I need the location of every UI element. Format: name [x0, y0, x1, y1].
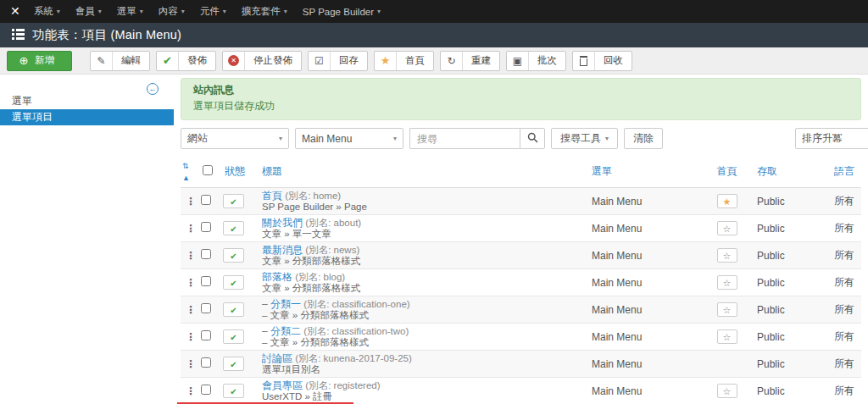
nav-menus[interactable]: 選單▾: [117, 5, 143, 18]
chevron-down-icon: ▾: [98, 8, 102, 15]
check-icon: ✔: [230, 306, 236, 315]
row-checkbox[interactable]: [201, 303, 211, 313]
drag-handle-icon[interactable]: ⋮: [186, 277, 196, 289]
home-toggle-button[interactable]: ☆: [717, 384, 737, 398]
collapse-sidebar-icon[interactable]: ←: [147, 83, 159, 95]
menu-item-link[interactable]: 分類二: [270, 325, 301, 337]
status-published-button[interactable]: ✔: [223, 302, 244, 317]
unpublish-button[interactable]: ✕ 停止發佈: [222, 51, 302, 71]
drag-handle-icon[interactable]: ⋮: [186, 196, 196, 208]
menu-item-alias: (別名: registered): [305, 380, 380, 390]
status-column-header[interactable]: 狀態: [223, 157, 257, 188]
home-button[interactable]: ★ 首頁: [374, 51, 434, 71]
access-cell: Public: [746, 296, 818, 324]
menu-item-type: 文章 » 分類部落格樣式: [262, 283, 585, 294]
row-checkbox[interactable]: [201, 195, 211, 205]
page-title-bar: 功能表：項目 (Main Menu): [0, 23, 868, 47]
nav-users[interactable]: 會員▾: [75, 5, 102, 18]
ordering-column-header[interactable]: ⇅ ▲: [181, 157, 201, 188]
sidebar: ← 選單 選單項目: [0, 75, 174, 404]
status-published-button[interactable]: ✔: [223, 384, 244, 398]
rebuild-button[interactable]: ↻ 重建: [440, 51, 500, 71]
access-cell: Public: [746, 215, 818, 242]
menu-cell: Main Menu: [585, 215, 708, 242]
home-toggle-button[interactable]: ☆: [717, 329, 737, 344]
star-icon: ☆: [723, 305, 732, 315]
home-toggle-button[interactable]: ★: [717, 194, 737, 208]
access-column-header[interactable]: 存取: [746, 157, 818, 188]
chevron-down-icon: ▾: [377, 8, 381, 15]
menu-item-alias: (別名: news): [305, 245, 359, 255]
row-checkbox[interactable]: [201, 357, 211, 368]
home-toggle-button[interactable]: ☆: [717, 248, 737, 263]
drag-handle-icon[interactable]: ⋮: [186, 385, 196, 397]
toolbar: ⊕ 新增 ✎ 編輯 ✔ 發佈 ✕ 停止發佈 ☑ 回存 ★ 首頁 ↻ 重建 ▣ 批: [0, 47, 868, 75]
check-icon: ✔: [230, 224, 236, 234]
menu-item-link[interactable]: 討論區: [262, 352, 292, 364]
trash-icon: [573, 52, 595, 70]
row-checkbox[interactable]: [201, 249, 211, 259]
menu-item-type: – 文章 » 分類部落格樣式: [262, 337, 585, 348]
menu-item-link[interactable]: 最新消息: [262, 244, 303, 256]
checkbox-icon: ☑: [309, 52, 331, 70]
sidebar-item-menus[interactable]: 選單: [0, 93, 174, 109]
nav-system[interactable]: 系統▾: [34, 5, 60, 18]
batch-button[interactable]: ▣ 批次: [506, 51, 566, 71]
search-tools-button[interactable]: 搜尋工具 ▾: [551, 128, 618, 149]
search-button[interactable]: [520, 128, 545, 149]
checkin-button[interactable]: ☑ 回存: [308, 51, 368, 71]
title-column-header[interactable]: 標題: [257, 157, 585, 188]
row-checkbox[interactable]: [201, 276, 211, 286]
home-toggle-button[interactable]: ☆: [717, 275, 737, 290]
table-row: ⋮ ✔ 首頁 (別名: home) SP Page Builder » Page…: [181, 188, 861, 215]
nav-content[interactable]: 內容▾: [159, 5, 185, 18]
trash-button[interactable]: 回收: [572, 51, 632, 71]
site-filter-select[interactable]: 網站 ▾: [181, 128, 289, 149]
menu-filter-select[interactable]: Main Menu ▾: [295, 128, 403, 149]
nav-components[interactable]: 元件▾: [200, 5, 226, 18]
drag-handle-icon[interactable]: ⋮: [186, 304, 196, 316]
row-checkbox[interactable]: [201, 330, 211, 340]
row-checkbox[interactable]: [201, 385, 211, 395]
menu-item-link[interactable]: 關於我們: [262, 217, 303, 229]
menu-item-type: 選單項目別名: [262, 364, 585, 375]
indent-dash: –: [262, 298, 270, 310]
status-published-button[interactable]: ✔: [223, 275, 244, 290]
edit-button[interactable]: ✎ 編輯: [90, 51, 150, 71]
sort-order-select[interactable]: 排序升冪 ▾: [795, 128, 868, 149]
clear-button[interactable]: 清除: [624, 128, 663, 149]
menu-item-link[interactable]: 首頁: [262, 190, 282, 202]
status-published-button[interactable]: ✔: [223, 194, 244, 208]
language-cell: 所有: [818, 351, 861, 378]
star-icon: ☆: [723, 332, 732, 342]
drag-handle-icon[interactable]: ⋮: [186, 358, 196, 370]
language-column-header[interactable]: 語言: [818, 157, 861, 188]
access-cell: Public: [746, 378, 818, 404]
star-icon: ★: [375, 52, 397, 70]
search-icon: [527, 132, 538, 146]
home-toggle-button[interactable]: ☆: [717, 302, 737, 317]
home-column-header[interactable]: 首頁: [708, 157, 746, 188]
sidebar-item-menu-items[interactable]: 選單項目: [0, 109, 174, 125]
drag-handle-icon[interactable]: ⋮: [186, 250, 196, 262]
status-published-button[interactable]: ✔: [223, 357, 244, 371]
row-checkbox[interactable]: [201, 222, 211, 232]
menu-item-link[interactable]: 分類一: [270, 298, 301, 310]
new-button[interactable]: ⊕ 新增: [7, 51, 72, 71]
status-published-button[interactable]: ✔: [223, 221, 244, 235]
select-all-checkbox[interactable]: [203, 165, 213, 175]
nav-extensions[interactable]: 擴充套件▾: [242, 5, 287, 18]
menu-column-header[interactable]: 選單: [585, 157, 708, 188]
drag-handle-icon[interactable]: ⋮: [186, 223, 196, 235]
menu-item-link[interactable]: 會員專區: [262, 379, 303, 391]
search-input[interactable]: [409, 128, 520, 149]
chevron-down-icon: ▾: [284, 8, 287, 15]
menu-item-alias: (別名: blog): [295, 272, 345, 282]
drag-handle-icon[interactable]: ⋮: [186, 331, 196, 343]
home-toggle-button[interactable]: ☆: [717, 221, 737, 235]
nav-sp-page-builder[interactable]: SP Page Builder▾: [303, 7, 381, 17]
status-published-button[interactable]: ✔: [223, 329, 244, 344]
publish-button[interactable]: ✔ 發佈: [156, 51, 216, 71]
status-published-button[interactable]: ✔: [223, 248, 244, 263]
menu-item-link[interactable]: 部落格: [262, 271, 292, 283]
